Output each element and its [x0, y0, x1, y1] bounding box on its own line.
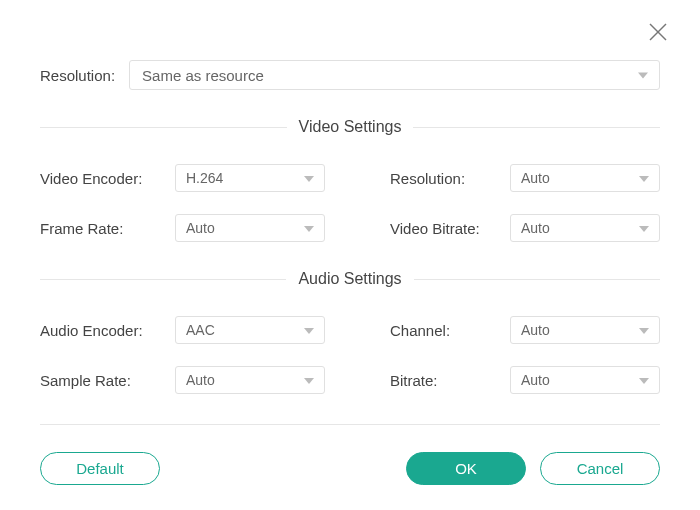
close-button[interactable]: [644, 18, 672, 46]
audio-section-header: Audio Settings: [40, 270, 660, 288]
video-section-title: Video Settings: [299, 118, 402, 136]
divider: [40, 424, 660, 425]
chevron-down-icon: [639, 170, 649, 186]
top-resolution-select[interactable]: Same as resource: [129, 60, 660, 90]
video-encoder-label: Video Encoder:: [40, 170, 175, 187]
audio-bitrate-value: Auto: [521, 372, 550, 388]
divider: [414, 279, 660, 280]
chevron-down-icon: [639, 220, 649, 236]
chevron-down-icon: [304, 220, 314, 236]
top-resolution-row: Resolution: Same as resource: [40, 60, 660, 90]
audio-section-title: Audio Settings: [298, 270, 401, 288]
divider: [40, 279, 286, 280]
top-resolution-label: Resolution:: [40, 67, 115, 84]
video-resolution-select[interactable]: Auto: [510, 164, 660, 192]
video-resolution-label: Resolution:: [390, 170, 510, 187]
chevron-down-icon: [639, 372, 649, 388]
frame-rate-select[interactable]: Auto: [175, 214, 325, 242]
divider: [40, 127, 287, 128]
footer: Default OK Cancel: [40, 432, 660, 485]
chevron-down-icon: [304, 170, 314, 186]
audio-settings-grid: Audio Encoder: AAC Channel: Auto Sample …: [40, 316, 660, 394]
audio-bitrate-label: Bitrate:: [390, 372, 510, 389]
video-bitrate-value: Auto: [521, 220, 550, 236]
video-settings-grid: Video Encoder: H.264 Resolution: Auto Fr…: [40, 164, 660, 242]
video-bitrate-label: Video Bitrate:: [390, 220, 510, 237]
cancel-button[interactable]: Cancel: [540, 452, 660, 485]
audio-bitrate-select[interactable]: Auto: [510, 366, 660, 394]
frame-rate-value: Auto: [186, 220, 215, 236]
top-resolution-value: Same as resource: [142, 67, 264, 84]
video-section-header: Video Settings: [40, 118, 660, 136]
chevron-down-icon: [639, 322, 649, 338]
ok-button[interactable]: OK: [406, 452, 526, 485]
sample-rate-label: Sample Rate:: [40, 372, 175, 389]
audio-encoder-select[interactable]: AAC: [175, 316, 325, 344]
audio-encoder-label: Audio Encoder:: [40, 322, 175, 339]
divider: [413, 127, 660, 128]
chevron-down-icon: [304, 322, 314, 338]
default-button[interactable]: Default: [40, 452, 160, 485]
channel-label: Channel:: [390, 322, 510, 339]
frame-rate-label: Frame Rate:: [40, 220, 175, 237]
video-encoder-select[interactable]: H.264: [175, 164, 325, 192]
close-icon: [647, 21, 669, 43]
sample-rate-value: Auto: [186, 372, 215, 388]
video-resolution-value: Auto: [521, 170, 550, 186]
audio-encoder-value: AAC: [186, 322, 215, 338]
video-encoder-value: H.264: [186, 170, 223, 186]
sample-rate-select[interactable]: Auto: [175, 366, 325, 394]
channel-select[interactable]: Auto: [510, 316, 660, 344]
chevron-down-icon: [637, 67, 649, 84]
chevron-down-icon: [304, 372, 314, 388]
video-bitrate-select[interactable]: Auto: [510, 214, 660, 242]
settings-dialog: Resolution: Same as resource Video Setti…: [0, 0, 700, 510]
channel-value: Auto: [521, 322, 550, 338]
